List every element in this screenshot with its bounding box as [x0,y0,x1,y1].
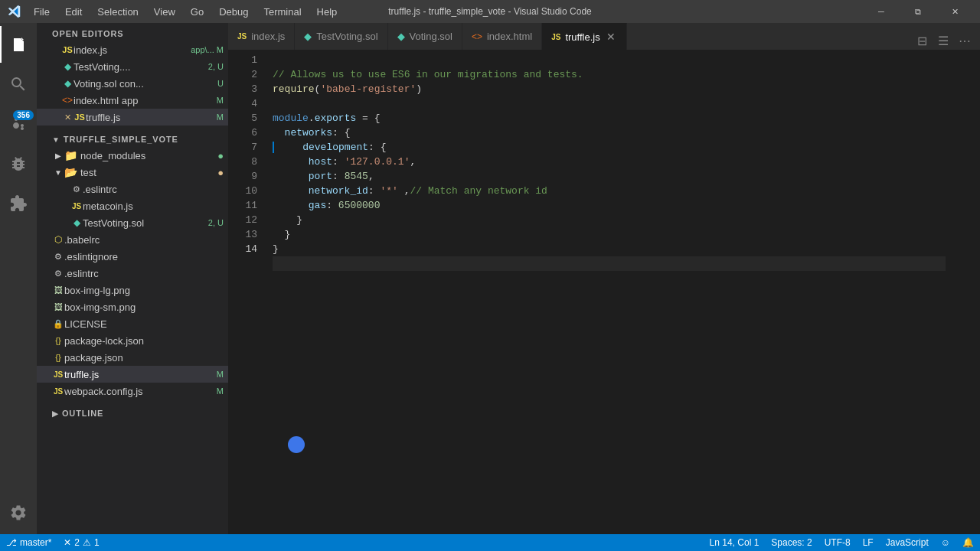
activity-settings[interactable] [0,494,37,531]
file-package-lock[interactable]: {} package-lock.json [37,332,228,349]
tab-label: TestVoting.sol [316,31,377,42]
license-file-icon: 🔒 [52,318,64,330]
menu-terminal[interactable]: Terminal [257,5,307,19]
file-box-img-sm[interactable]: 🖼 box-img-sm.png [37,298,228,315]
project-label: TRUFFLE_SIMPLE_VOTE [64,135,178,144]
code-editor[interactable]: // Allows us to use ES6 in our migration… [266,50,946,534]
tab-voting-sol[interactable]: ◆ Voting.sol [388,23,462,50]
file-label: package.json [64,352,228,364]
file-babelrc[interactable]: ⬡ .babelrc [37,231,228,248]
sol-tab-icon: ◆ [397,31,405,42]
tab-bar: JS index.js ◆ TestVoting.sol ◆ Voting.so… [228,23,980,50]
git-branch[interactable]: ⎇ master* [0,534,57,551]
file-label: box-img-sm.png [64,302,228,313]
tab-index-html[interactable]: <> index.html [462,23,542,50]
menu-help[interactable]: Help [311,5,344,19]
folder-label: node_modules [80,150,217,161]
tab-label: index.html [487,31,532,42]
spaces-label: Spaces: 2 [771,537,812,548]
activity-debug[interactable] [0,145,37,182]
open-editors-header[interactable]: OPEN EDITORS [37,23,228,41]
split-editor-icon[interactable]: ⊟ [913,31,931,50]
tab-label: index.js [251,31,285,42]
status-bar-left: ⎇ master* ✕ 2 ⚠ 1 [0,534,106,551]
open-editor-label: index.html app [74,95,217,106]
tab-truffle-js[interactable]: JS truffle.js ✕ [542,23,627,50]
cursor-position[interactable]: Ln 14, Col 1 [704,534,766,551]
file-metacoin[interactable]: JS metacoin.js [37,197,228,214]
menu-debug[interactable]: Debug [213,5,254,19]
file-label: box-img-lg.png [64,285,228,296]
open-editor-voting[interactable]: ◆ Voting.sol con... U [37,75,228,92]
menu-go[interactable]: Go [185,5,210,19]
source-control-badge: 356 [13,110,34,120]
close-file-icon[interactable]: ✕ [61,112,74,122]
file-webpack-config[interactable]: JS webpack.config.js M [37,383,228,399]
folder-node-modules[interactable]: ▶ 📁 node_modules ● [37,147,228,164]
menu-selection[interactable]: Selection [91,5,144,19]
open-editor-truffle-js[interactable]: ✕ JS truffle.js M [37,109,228,126]
open-editor-label: index.js [74,44,191,56]
minimap[interactable] [946,50,980,534]
language-mode[interactable]: JavaScript [880,534,935,551]
folder-arrow-icon: ▼ [52,135,60,144]
folder-test[interactable]: ▼ 📂 test ● [37,164,228,181]
maximize-button[interactable]: ⧉ [900,0,936,23]
file-label: LICENSE [64,318,228,330]
file-testvoting-sol[interactable]: ◆ TestVoting.sol 2, U [37,214,228,231]
open-editor-badge: M [217,112,224,122]
eol[interactable]: LF [857,534,880,551]
file-label: TestVoting.sol [83,217,208,229]
menu-view[interactable]: View [148,5,181,19]
activity-search[interactable] [0,66,37,103]
file-truffle-js[interactable]: JS truffle.js M [37,366,228,383]
sol-tab-icon: ◆ [304,31,312,42]
sol-file-icon: ◆ [61,77,74,90]
more-actions-icon[interactable]: ⋯ [956,31,974,50]
folder-open-arrow-icon: ▼ [52,166,64,178]
tab-index-js[interactable]: JS index.js [228,23,295,50]
close-button[interactable]: ✕ [937,0,972,23]
project-header[interactable]: ▼ TRUFFLE_SIMPLE_VOTE [37,129,228,147]
window-title: truffle.js - truffle_simple_vote - Visua… [388,6,591,17]
file-eslintrc-root[interactable]: ⚙ .eslintrc [37,265,228,282]
menu-edit[interactable]: Edit [59,5,88,19]
file-box-img-lg[interactable]: 🖼 box-img-lg.png [37,282,228,298]
feedback-icon: ☺ [941,537,950,548]
tab-close-button[interactable]: ✕ [605,31,617,43]
title-bar: File Edit Selection View Go Debug Termin… [0,0,980,23]
tab-testvoting-sol[interactable]: ◆ TestVoting.sol [295,23,387,50]
toggle-panel-icon[interactable]: ☰ [934,31,952,50]
editor-content[interactable]: 1 2 3 4 5 6 7 8 9 10 11 12 13 14 // Allo… [228,50,980,534]
status-bar-right: Ln 14, Col 1 Spaces: 2 UTF-8 LF JavaScri… [704,534,980,551]
config-file-icon: ⚙ [52,267,64,279]
open-editor-label: Voting.sol con... [74,78,217,90]
file-license[interactable]: 🔒 LICENSE [37,315,228,332]
open-editor-index-js[interactable]: JS index.js app\... M [37,41,228,58]
encoding-label: UTF-8 [825,537,851,548]
menu-file[interactable]: File [28,5,56,19]
warnings-label: 1 [94,537,100,548]
open-editor-index-html[interactable]: <> index.html app M [37,92,228,109]
activity-source-control[interactable]: 356 [0,106,37,142]
js-file-icon: JS [61,44,74,56]
file-eslintrc-test[interactable]: ⚙ .eslintrc [37,181,228,197]
editor-top-actions: ⊟ ☰ ⋯ [913,31,980,50]
file-package-json[interactable]: {} package.json [37,349,228,366]
js-file-icon: JS [52,368,64,380]
encoding[interactable]: UTF-8 [818,534,857,551]
vscode-logo-icon [8,5,21,18]
warning-icon: ⚠ [83,537,91,548]
js-tab-icon: JS [551,33,560,41]
file-eslintignore[interactable]: ⚙ .eslintignore [37,248,228,265]
minimize-button[interactable]: ─ [864,0,899,23]
outline-header[interactable]: ▶ OUTLINE [37,403,228,421]
activity-explorer[interactable] [0,26,37,63]
feedback-button[interactable]: ☺ [935,534,956,551]
open-editor-testvoting[interactable]: ◆ TestVoting.... 2, U [37,58,228,75]
activity-extensions[interactable] [0,185,37,222]
file-label: .babelrc [64,234,228,246]
errors-count[interactable]: ✕ 2 ⚠ 1 [57,534,105,551]
spaces-setting[interactable]: Spaces: 2 [765,534,818,551]
notification-button[interactable]: 🔔 [956,534,980,551]
